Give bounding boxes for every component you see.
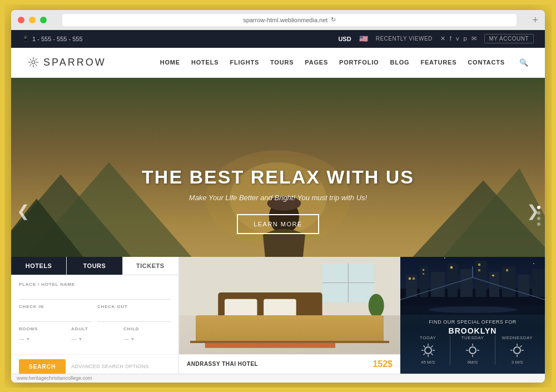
hotel-image <box>179 257 400 354</box>
search-bottom: SEARCH ADVANCED SEARCH OPTIONS <box>11 354 178 374</box>
nav-flights[interactable]: FLIGHTS <box>230 59 259 66</box>
new-tab-button[interactable]: + <box>532 15 538 25</box>
tuesday-wind: 6M/S <box>450 360 494 365</box>
carousel-prev-button[interactable]: ❮ <box>17 201 29 220</box>
dot-2[interactable] <box>537 211 540 215</box>
svg-rect-54 <box>532 269 545 297</box>
hotel-name: ANDRASSY THAI HOTEL <box>187 361 258 367</box>
tab-hotels[interactable]: HOTELS <box>11 257 67 275</box>
tuesday-weather-icon <box>465 343 480 358</box>
currency-selector[interactable]: USD <box>338 36 351 42</box>
maximize-button[interactable] <box>40 17 47 23</box>
nav-home[interactable]: HOME <box>160 59 180 66</box>
twitter-icon[interactable]: ✕ <box>440 35 445 42</box>
child-value: — <box>123 336 129 342</box>
url-text: sparrow-html.weblionmedia.net <box>243 17 327 23</box>
nav-bar: SPARROW HOME HOTELS FLIGHTS TOURS PAGES … <box>11 48 545 78</box>
email-icon[interactable]: ✉ <box>471 35 476 42</box>
rooms-group: ROOMS — ▾ <box>19 326 66 343</box>
child-chevron: ▾ <box>131 336 134 342</box>
rooms-select[interactable]: — ▾ <box>19 336 29 342</box>
svg-point-34 <box>369 294 384 317</box>
nav-hotels[interactable]: HOTELS <box>191 59 219 66</box>
hero-title: THE BEST RELAX WITH US <box>11 166 545 188</box>
adult-select[interactable]: — ▾ <box>71 336 82 342</box>
svg-line-77 <box>423 353 425 355</box>
svg-rect-57 <box>423 269 424 271</box>
weather-wednesday: WEDNESDAY <box>495 335 539 365</box>
advanced-search-link[interactable]: ADVANCED SEARCH OPTIONS <box>71 364 148 369</box>
facebook-icon[interactable]: f <box>450 35 451 42</box>
svg-rect-62 <box>492 275 494 276</box>
checkout-label: CHECK OUT <box>97 304 170 309</box>
search-icon[interactable]: 🔍 <box>519 58 528 67</box>
hero-subtitle: Make Your Life Better and Bright! You mu… <box>11 193 545 202</box>
tab-tickets[interactable]: TICKETS <box>123 257 178 275</box>
my-account-button[interactable]: MY ACCOUNT <box>484 34 534 43</box>
svg-rect-45 <box>406 275 417 297</box>
url-bar[interactable]: sparrow-html.weblionmedia.net ↻ <box>62 14 517 26</box>
svg-rect-63 <box>506 269 508 271</box>
checkout-group: CHECK OUT <box>97 304 170 322</box>
weather-card: FIND OUR SPECIAL OFFERS FOR BROOKLYN TOD… <box>400 257 545 374</box>
today-wind: 45 M/S <box>406 360 450 365</box>
svg-point-39 <box>444 257 445 259</box>
rooms-label: ROOMS <box>19 326 66 331</box>
svg-line-74 <box>423 345 425 347</box>
checkout-input[interactable] <box>97 312 170 322</box>
wednesday-wind: 3 M/S <box>495 360 539 365</box>
minimize-button[interactable] <box>29 17 36 23</box>
svg-rect-60 <box>478 264 480 266</box>
weather-city-image <box>400 257 545 315</box>
nav-blog[interactable]: BLOG <box>390 59 409 66</box>
weather-city-name: BROOKLYN <box>406 326 539 335</box>
svg-point-78 <box>469 347 476 354</box>
search-widget: HOTELS TOURS TICKETS PLACE / HOTEL NAME … <box>11 257 178 374</box>
logo[interactable]: SPARROW <box>28 57 106 68</box>
svg-line-76 <box>431 345 433 347</box>
learn-more-button[interactable]: LEARN MORE <box>237 214 319 234</box>
dot-1[interactable] <box>537 206 540 209</box>
dot-4[interactable] <box>537 222 540 226</box>
nav-portfolio[interactable]: PORTFOLIO <box>339 59 379 66</box>
search-tabs: HOTELS TOURS TICKETS <box>11 257 178 275</box>
adult-group: ADULT — ▾ <box>71 326 118 343</box>
weather-today-name: TODAY <box>406 335 450 340</box>
dot-3[interactable] <box>537 217 540 220</box>
vimeo-icon[interactable]: v <box>456 35 459 42</box>
nav-pages[interactable]: PAGES <box>305 59 328 66</box>
recently-viewed-link[interactable]: RECENTLY VIEWED <box>376 36 433 42</box>
weather-find-label: FIND OUR SPECIAL OFFERS FOR <box>406 319 539 325</box>
nav-tours[interactable]: TOURS <box>270 59 294 66</box>
place-field-group: PLACE / HOTEL NAME <box>19 282 170 300</box>
svg-rect-47 <box>431 272 445 297</box>
svg-rect-28 <box>205 315 335 348</box>
place-input[interactable] <box>19 290 170 300</box>
pinterest-icon[interactable]: p <box>463 35 466 42</box>
close-button[interactable] <box>18 17 24 23</box>
svg-rect-31 <box>205 321 335 348</box>
logo-icon <box>28 57 39 68</box>
svg-point-68 <box>428 306 517 313</box>
weather-bottom: FIND OUR SPECIAL OFFERS FOR BROOKLYN TOD… <box>400 315 545 374</box>
svg-rect-49 <box>460 269 473 297</box>
dates-row: CHECK IN CHECK OUT <box>19 304 170 326</box>
tab-tours[interactable]: TOURS <box>67 257 122 275</box>
svg-line-5 <box>30 59 32 61</box>
svg-line-7 <box>36 59 37 61</box>
adult-label: ADULT <box>71 326 118 331</box>
browser-chrome: sparrow-html.weblionmedia.net ↻ + <box>11 10 545 30</box>
weather-tuesday: TUESDAY <box>450 335 494 365</box>
child-select[interactable]: — ▾ <box>123 336 134 342</box>
nav-features[interactable]: FEATURES <box>420 59 456 66</box>
weather-today: TODAY <box>406 335 450 365</box>
wednesday-weather-icon <box>509 343 525 358</box>
svg-line-8 <box>30 64 32 66</box>
search-button[interactable]: SEARCH <box>19 359 66 374</box>
svg-rect-32 <box>205 321 335 329</box>
refresh-icon[interactable]: ↻ <box>331 16 336 23</box>
nav-contacts[interactable]: CONTACTS <box>468 59 505 66</box>
carousel-dots <box>537 206 540 226</box>
browser-window: sparrow-html.weblionmedia.net ↻ + 📱 1 - … <box>11 10 545 383</box>
checkin-input[interactable] <box>19 312 92 322</box>
